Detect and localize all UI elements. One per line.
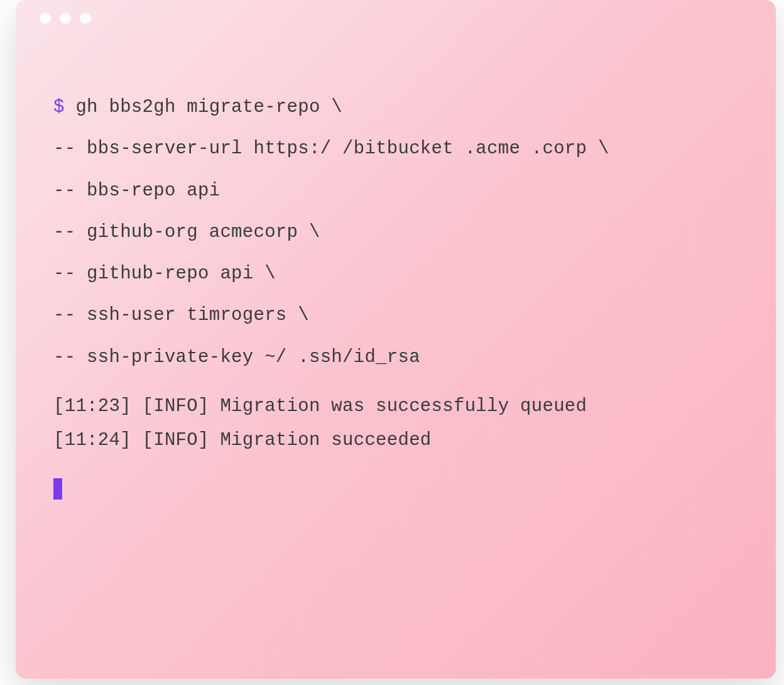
command-line: -- ssh-private-key ~/ .ssh/id_rsa — [53, 346, 738, 369]
traffic-light-zoom[interactable] — [80, 13, 91, 24]
output-line: [11:24] [INFO] Migration succeeded — [53, 429, 738, 452]
command-line: -- bbs-repo api — [53, 180, 738, 202]
terminal-body[interactable]: $ gh bbs2gh migrate-repo \ -- bbs-server… — [16, 36, 776, 501]
terminal-cursor — [53, 478, 62, 500]
traffic-light-minimize[interactable] — [60, 13, 71, 24]
window-titlebar — [16, 0, 776, 36]
traffic-light-close[interactable] — [40, 13, 51, 24]
prompt-symbol: $ — [53, 97, 75, 118]
command-block: $ gh bbs2gh migrate-repo \ -- bbs-server… — [53, 96, 738, 369]
command-line: -- github-org acmecorp \ — [53, 221, 738, 244]
terminal-window: $ gh bbs2gh migrate-repo \ -- bbs-server… — [16, 0, 776, 679]
command-text: gh bbs2gh migrate-repo \ — [75, 97, 342, 118]
command-line: $ gh bbs2gh migrate-repo \ — [53, 96, 738, 119]
output-block: [11:23] [INFO] Migration was successfull… — [53, 395, 738, 452]
output-line: [11:23] [INFO] Migration was successfull… — [53, 395, 738, 418]
command-line: -- github-repo api \ — [53, 263, 738, 285]
command-line: -- bbs-server-url https:/ /bitbucket .ac… — [53, 138, 738, 160]
command-line: -- ssh-user timrogers \ — [53, 304, 738, 327]
cursor-row — [53, 478, 738, 501]
